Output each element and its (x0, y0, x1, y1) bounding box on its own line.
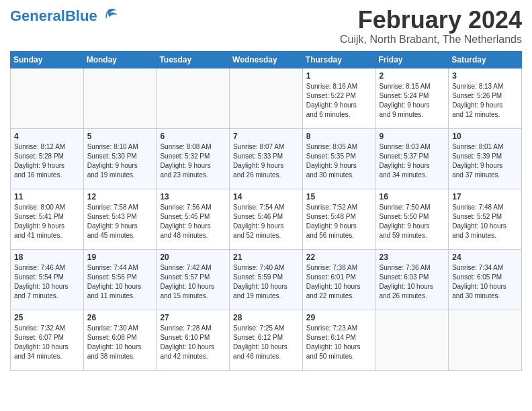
calendar-body: 1Sunrise: 8:16 AM Sunset: 5:22 PM Daylig… (11, 68, 522, 370)
calendar-header-sunday: Sunday (11, 51, 84, 68)
day-info: Sunrise: 7:50 AM Sunset: 5:50 PM Dayligh… (380, 203, 445, 240)
day-number: 14 (233, 192, 299, 201)
calendar-cell: 28Sunrise: 7:25 AM Sunset: 6:12 PM Dayli… (230, 310, 303, 370)
day-info: Sunrise: 7:56 AM Sunset: 5:45 PM Dayligh… (160, 203, 226, 240)
calendar-week-2: 4Sunrise: 8:12 AM Sunset: 5:28 PM Daylig… (11, 128, 522, 189)
day-info: Sunrise: 8:05 AM Sunset: 5:35 PM Dayligh… (306, 142, 372, 180)
calendar-week-5: 25Sunrise: 7:32 AM Sunset: 6:07 PM Dayli… (11, 310, 522, 370)
day-info: Sunrise: 7:30 AM Sunset: 6:08 PM Dayligh… (87, 324, 153, 361)
calendar-header-thursday: Thursday (302, 51, 375, 68)
calendar-cell: 24Sunrise: 7:34 AM Sunset: 6:05 PM Dayli… (449, 249, 522, 310)
day-info: Sunrise: 7:34 AM Sunset: 6:05 PM Dayligh… (452, 263, 518, 301)
calendar-header-monday: Monday (83, 51, 157, 68)
calendar-cell: 3Sunrise: 8:13 AM Sunset: 5:26 PM Daylig… (449, 68, 522, 128)
day-number: 2 (380, 71, 445, 81)
day-number: 4 (14, 132, 80, 141)
day-info: Sunrise: 7:42 AM Sunset: 5:57 PM Dayligh… (160, 263, 226, 301)
title-area: February 2024 Cuijk, North Brabant, The … (340, 7, 522, 46)
calendar-cell (449, 310, 522, 370)
day-info: Sunrise: 7:23 AM Sunset: 6:14 PM Dayligh… (306, 324, 372, 361)
day-number: 18 (14, 253, 80, 262)
day-number: 28 (233, 313, 299, 322)
calendar-cell: 2Sunrise: 8:15 AM Sunset: 5:24 PM Daylig… (375, 68, 449, 128)
day-info: Sunrise: 7:52 AM Sunset: 5:48 PM Dayligh… (306, 203, 372, 240)
day-info: Sunrise: 8:08 AM Sunset: 5:32 PM Dayligh… (160, 142, 226, 180)
month-title: February 2024 (340, 7, 522, 34)
day-info: Sunrise: 7:40 AM Sunset: 5:59 PM Dayligh… (233, 263, 299, 301)
calendar-cell: 4Sunrise: 8:12 AM Sunset: 5:28 PM Daylig… (11, 128, 84, 189)
calendar-header-tuesday: Tuesday (157, 51, 230, 68)
calendar-cell (157, 68, 230, 128)
calendar-cell (11, 68, 84, 128)
calendar-cell: 27Sunrise: 7:28 AM Sunset: 6:10 PM Dayli… (157, 310, 230, 370)
day-number: 21 (233, 253, 299, 262)
calendar-week-3: 11Sunrise: 8:00 AM Sunset: 5:41 PM Dayli… (11, 189, 522, 249)
calendar-table: SundayMondayTuesdayWednesdayThursdayFrid… (10, 51, 522, 371)
day-info: Sunrise: 7:28 AM Sunset: 6:10 PM Dayligh… (160, 324, 226, 361)
header: GeneralBlue February 2024 Cuijk, North B… (10, 7, 522, 46)
day-info: Sunrise: 7:54 AM Sunset: 5:46 PM Dayligh… (233, 203, 299, 240)
day-info: Sunrise: 8:12 AM Sunset: 5:28 PM Dayligh… (14, 142, 80, 180)
day-number: 11 (14, 192, 80, 201)
day-info: Sunrise: 7:46 AM Sunset: 5:54 PM Dayligh… (14, 263, 80, 301)
calendar-week-4: 18Sunrise: 7:46 AM Sunset: 5:54 PM Dayli… (11, 249, 522, 310)
day-number: 17 (452, 192, 518, 201)
day-number: 22 (306, 253, 372, 262)
calendar-cell: 15Sunrise: 7:52 AM Sunset: 5:48 PM Dayli… (302, 189, 375, 249)
calendar-cell: 7Sunrise: 8:07 AM Sunset: 5:33 PM Daylig… (230, 128, 303, 189)
day-number: 19 (87, 253, 153, 262)
calendar-header-row: SundayMondayTuesdayWednesdayThursdayFrid… (11, 51, 522, 68)
day-info: Sunrise: 8:00 AM Sunset: 5:41 PM Dayligh… (14, 203, 80, 240)
day-number: 9 (380, 132, 445, 141)
calendar-cell (230, 68, 303, 128)
location-title: Cuijk, North Brabant, The Netherlands (340, 34, 522, 46)
day-info: Sunrise: 7:44 AM Sunset: 5:56 PM Dayligh… (87, 263, 153, 301)
day-info: Sunrise: 7:48 AM Sunset: 5:52 PM Dayligh… (452, 203, 518, 240)
day-number: 23 (380, 253, 445, 262)
day-info: Sunrise: 8:07 AM Sunset: 5:33 PM Dayligh… (233, 142, 299, 180)
day-number: 8 (306, 132, 372, 141)
calendar-cell: 12Sunrise: 7:58 AM Sunset: 5:43 PM Dayli… (83, 189, 157, 249)
calendar-cell: 19Sunrise: 7:44 AM Sunset: 5:56 PM Dayli… (83, 249, 157, 310)
calendar-cell: 26Sunrise: 7:30 AM Sunset: 6:08 PM Dayli… (83, 310, 157, 370)
day-info: Sunrise: 8:03 AM Sunset: 5:37 PM Dayligh… (380, 142, 445, 180)
day-number: 29 (306, 313, 372, 322)
day-info: Sunrise: 7:25 AM Sunset: 6:12 PM Dayligh… (233, 324, 299, 361)
calendar-cell: 10Sunrise: 8:01 AM Sunset: 5:39 PM Dayli… (449, 128, 522, 189)
day-number: 5 (87, 132, 153, 141)
calendar-cell: 1Sunrise: 8:16 AM Sunset: 5:22 PM Daylig… (302, 68, 375, 128)
calendar-cell: 17Sunrise: 7:48 AM Sunset: 5:52 PM Dayli… (449, 189, 522, 249)
day-number: 3 (452, 71, 518, 81)
calendar-cell: 20Sunrise: 7:42 AM Sunset: 5:57 PM Dayli… (157, 249, 230, 310)
calendar-cell: 13Sunrise: 7:56 AM Sunset: 5:45 PM Dayli… (157, 189, 230, 249)
day-info: Sunrise: 7:36 AM Sunset: 6:03 PM Dayligh… (380, 263, 445, 301)
day-number: 12 (87, 192, 153, 201)
day-number: 6 (160, 132, 226, 141)
day-number: 15 (306, 192, 372, 201)
day-info: Sunrise: 7:58 AM Sunset: 5:43 PM Dayligh… (87, 203, 153, 240)
calendar-cell: 11Sunrise: 8:00 AM Sunset: 5:41 PM Dayli… (11, 189, 84, 249)
calendar-cell: 5Sunrise: 8:10 AM Sunset: 5:30 PM Daylig… (83, 128, 157, 189)
calendar-header-friday: Friday (375, 51, 449, 68)
day-number: 24 (452, 253, 518, 262)
calendar-cell: 23Sunrise: 7:36 AM Sunset: 6:03 PM Dayli… (375, 249, 449, 310)
day-number: 7 (233, 132, 299, 141)
calendar-header-wednesday: Wednesday (230, 51, 303, 68)
calendar-cell: 29Sunrise: 7:23 AM Sunset: 6:14 PM Dayli… (302, 310, 375, 370)
calendar-cell: 6Sunrise: 8:08 AM Sunset: 5:32 PM Daylig… (157, 128, 230, 189)
day-info: Sunrise: 8:13 AM Sunset: 5:26 PM Dayligh… (452, 82, 518, 120)
day-number: 10 (452, 132, 518, 141)
day-number: 25 (14, 313, 80, 322)
calendar-week-1: 1Sunrise: 8:16 AM Sunset: 5:22 PM Daylig… (11, 68, 522, 128)
day-number: 26 (87, 313, 153, 322)
day-info: Sunrise: 8:16 AM Sunset: 5:22 PM Dayligh… (306, 82, 372, 120)
day-info: Sunrise: 7:38 AM Sunset: 6:01 PM Dayligh… (306, 263, 372, 301)
day-number: 13 (160, 192, 226, 201)
logo-bird-icon (99, 7, 118, 26)
day-info: Sunrise: 8:01 AM Sunset: 5:39 PM Dayligh… (452, 142, 518, 180)
calendar-cell: 9Sunrise: 8:03 AM Sunset: 5:37 PM Daylig… (375, 128, 449, 189)
logo-text: GeneralBlue (10, 9, 97, 24)
calendar-cell (83, 68, 157, 128)
calendar-cell: 8Sunrise: 8:05 AM Sunset: 5:35 PM Daylig… (302, 128, 375, 189)
calendar-cell: 25Sunrise: 7:32 AM Sunset: 6:07 PM Dayli… (11, 310, 84, 370)
